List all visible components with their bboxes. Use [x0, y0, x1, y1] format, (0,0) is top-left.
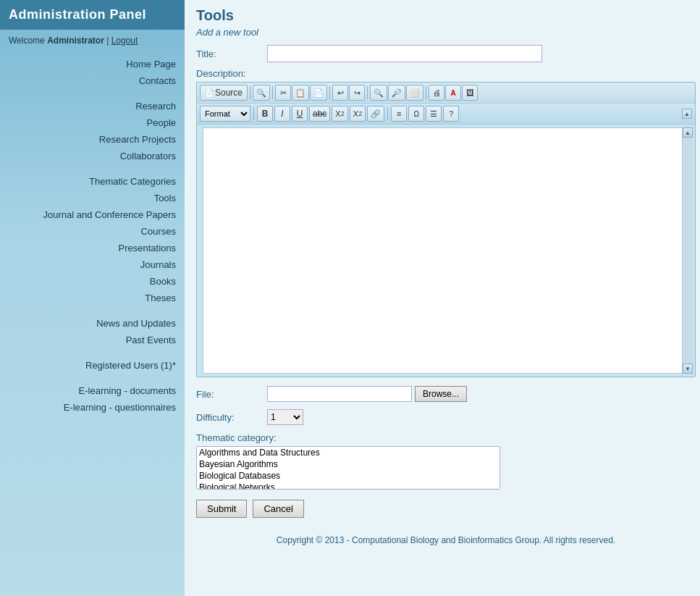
sidebar-item-thematic-categories[interactable]: Thematic Categories — [0, 173, 185, 190]
thematic-option-2: Bayesian Algorithms — [197, 458, 499, 470]
action-row: Submit Cancel — [196, 500, 696, 518]
sidebar-item-people[interactable]: People — [0, 114, 185, 131]
file-row: File: Browse... — [196, 386, 696, 402]
logout-link[interactable]: Logout — [111, 35, 138, 46]
scrollbar-track — [683, 138, 692, 364]
maximize-button[interactable]: ⬜ — [406, 85, 423, 101]
welcome-text: Welcome — [9, 35, 47, 46]
nav-group-elearning: E-learning - documents E-learning - ques… — [0, 382, 185, 416]
sidebar-item-journals[interactable]: Journals — [0, 256, 185, 273]
toolbar-row1: 📄 Source 🔍 ✂ 📋 📄 ↩ ↪ 🔍 � — [197, 83, 695, 104]
cancel-button[interactable]: Cancel — [253, 500, 303, 518]
sidebar-welcome: Welcome Administrator | Logout — [0, 30, 185, 51]
file-label: File: — [196, 389, 261, 400]
thematic-category-list[interactable]: Algorithms and Data Structures Bayesian … — [196, 446, 500, 490]
align-button[interactable]: ≡ — [391, 106, 407, 122]
sidebar-item-research-projects[interactable]: Research Projects — [0, 131, 185, 148]
sidebar-item-collaborators[interactable]: Collaborators — [0, 148, 185, 164]
thematic-section: Thematic category: Algorithms and Data S… — [196, 432, 696, 500]
thematic-option-3: Biological Databases — [197, 470, 499, 482]
rich-text-editor: 📄 Source 🔍 ✂ 📋 📄 ↩ ↪ 🔍 � — [196, 82, 696, 377]
paste-button[interactable]: 📄 — [310, 85, 327, 101]
sidebar: Administration Panel Welcome Administrat… — [0, 0, 185, 596]
username: Administrator — [47, 35, 104, 46]
sidebar-title: Administration Panel — [0, 0, 185, 30]
underline-button[interactable]: U — [292, 106, 308, 122]
help-button[interactable]: ? — [443, 106, 459, 122]
document-icon: 📄 — [205, 89, 214, 97]
thematic-label: Thematic category: — [196, 432, 696, 443]
subscript-button[interactable]: X2 — [332, 106, 347, 122]
editor-scrollbar[interactable]: ▲ ▼ — [682, 127, 692, 374]
difficulty-row: Difficulty: 1 2 3 4 5 — [196, 409, 696, 425]
editor-content-area[interactable] — [203, 127, 689, 374]
toolbar-row2: Format B I U abc X2 X2 🔗 ≡ Ω ☰ ? ▲ — [197, 104, 695, 125]
separator — [253, 107, 254, 120]
sidebar-item-journal-conference[interactable]: Journal and Conference Papers — [0, 206, 185, 223]
separator — [367, 86, 368, 99]
sidebar-item-elearning-quest[interactable]: E-learning - questionnaires — [0, 399, 185, 416]
format-select[interactable]: Format — [200, 106, 250, 122]
sidebar-item-presentations[interactable]: Presentations — [0, 240, 185, 256]
nav-group-content: Thematic Categories Tools Journal and Co… — [0, 173, 185, 306]
print-button[interactable]: 🖨 — [429, 85, 444, 101]
source-label: Source — [215, 88, 243, 98]
nav-group-general: Home Page Contacts — [0, 56, 185, 89]
editor-scroll-down[interactable]: ▼ — [683, 364, 693, 374]
superscript-button[interactable]: X2 — [350, 106, 366, 122]
special-char-button[interactable]: Ω — [408, 106, 424, 122]
undo-button[interactable]: ↩ — [332, 85, 348, 101]
copy-button[interactable]: 📋 — [292, 85, 309, 101]
file-input[interactable] — [267, 386, 412, 402]
sidebar-navigation: Home Page Contacts Research People Resea… — [0, 51, 185, 596]
sidebar-item-research[interactable]: Research — [0, 98, 185, 114]
image-button[interactable]: 🖼 — [462, 85, 478, 101]
preview-icon: 🔍 — [256, 88, 266, 98]
separator — [250, 86, 250, 99]
sidebar-item-registered-users[interactable]: Registered Users (1)* — [0, 357, 185, 374]
editor-scroll-up[interactable]: ▲ — [683, 127, 693, 138]
replace-button[interactable]: 🔎 — [388, 85, 405, 101]
footer: Copyright © 2013 - Computational Biology… — [196, 529, 696, 551]
scroll-up-arrow[interactable]: ▲ — [682, 109, 692, 119]
sidebar-item-books[interactable]: Books — [0, 273, 185, 290]
thematic-option-1: Algorithms and Data Structures — [197, 447, 499, 458]
link-button[interactable]: 🔗 — [367, 106, 384, 122]
add-new-tool-link[interactable]: Add a new tool — [196, 27, 258, 38]
nav-group-research: Research People Research Projects Collab… — [0, 98, 185, 164]
submit-button[interactable]: Submit — [196, 500, 247, 518]
sidebar-item-tools[interactable]: Tools — [0, 190, 185, 206]
sidebar-item-past-events[interactable]: Past Events — [0, 332, 185, 348]
cut-button[interactable]: ✂ — [275, 85, 291, 101]
separator — [329, 86, 330, 99]
description-label: Description: — [196, 68, 696, 79]
italic-button[interactable]: I — [274, 106, 290, 122]
source-button[interactable]: 📄 Source — [200, 85, 248, 101]
main-content: Tools Add a new tool Title: Description:… — [185, 0, 700, 596]
strikethrough-button[interactable]: abc — [309, 106, 330, 122]
separator — [272, 86, 273, 99]
sidebar-item-home-page[interactable]: Home Page — [0, 56, 185, 72]
list-button[interactable]: ☰ — [426, 106, 442, 122]
title-row: Title: — [196, 45, 696, 62]
thematic-option-4: Biological Networks — [197, 482, 499, 490]
spellcheck-button[interactable]: A — [445, 85, 461, 101]
sidebar-item-elearning-docs[interactable]: E-learning - documents — [0, 382, 185, 399]
page-title: Tools — [196, 7, 696, 24]
difficulty-label: Difficulty: — [196, 412, 261, 423]
preview-button[interactable]: 🔍 — [253, 85, 270, 101]
find-button[interactable]: 🔍 — [370, 85, 387, 101]
browse-button[interactable]: Browse... — [415, 386, 467, 402]
separator — [387, 107, 388, 120]
sidebar-item-courses[interactable]: Courses — [0, 223, 185, 240]
sidebar-item-theses[interactable]: Theses — [0, 290, 185, 306]
difficulty-select[interactable]: 1 2 3 4 5 — [267, 409, 303, 425]
title-label: Title: — [196, 49, 261, 59]
nav-group-users: Registered Users (1)* — [0, 357, 185, 374]
footer-text: Copyright © 2013 - Computational Biology… — [277, 535, 615, 545]
bold-button[interactable]: B — [257, 106, 273, 122]
sidebar-item-news-updates[interactable]: News and Updates — [0, 315, 185, 332]
title-input[interactable] — [267, 45, 542, 62]
redo-button[interactable]: ↪ — [349, 85, 365, 101]
sidebar-item-contacts[interactable]: Contacts — [0, 72, 185, 89]
